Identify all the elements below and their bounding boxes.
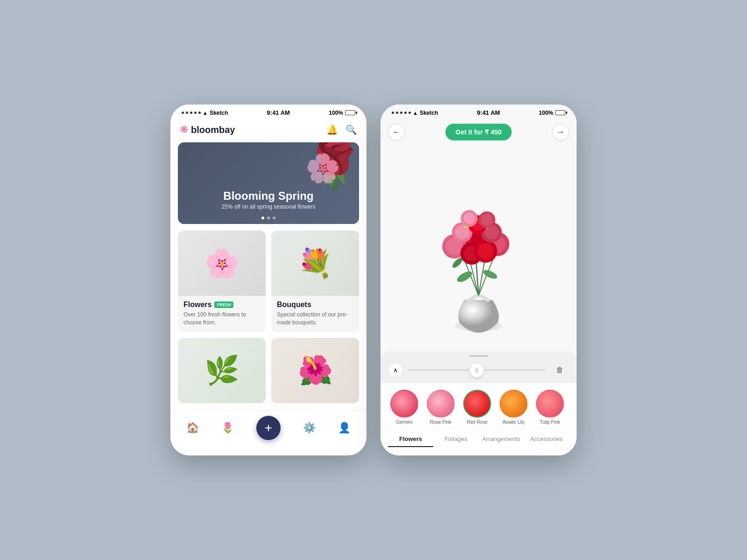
search-icon[interactable]: 🔍	[345, 124, 357, 135]
tab-accessories[interactable]: Accessories	[524, 431, 569, 447]
time-label: 9:41 AM	[267, 109, 290, 116]
signal-dot	[392, 112, 394, 114]
back-button[interactable]: ←	[388, 124, 405, 140]
category-tabs: Flowers Foliages Arrangements Accessorie…	[381, 428, 577, 451]
quantity-slider[interactable]: |||	[408, 369, 546, 371]
forward-arrow-icon: →	[557, 128, 564, 136]
nav-settings[interactable]: ⚙️	[303, 422, 316, 434]
signal-dot	[190, 112, 192, 114]
flower-germini[interactable]: Germini	[388, 390, 421, 425]
signal-dot	[198, 112, 201, 114]
rose-pink-label: Rose Pink	[430, 420, 451, 425]
home-icon: 🏠	[186, 422, 199, 434]
mixed-image: 🌿	[178, 338, 266, 403]
wifi-icon-2: ▲	[413, 110, 418, 116]
buy-button[interactable]: Get it for ₹ 450	[445, 124, 512, 140]
drag-handle: ∧ ||| 🗑	[381, 351, 577, 383]
delete-button[interactable]: 🗑	[550, 361, 569, 379]
time-label-2: 9:41 AM	[477, 109, 500, 116]
slider-row: ∧ ||| 🗑	[381, 361, 577, 383]
rose-pink-circle	[427, 390, 455, 418]
flower-asiatic-lily[interactable]: Asiatic Lily	[497, 390, 530, 425]
screen2-phone: ▲ Sketch 9:41 AM 100% ← Get it for ₹ 450…	[381, 105, 577, 455]
forward-button[interactable]: →	[552, 124, 569, 140]
germini-circle	[390, 390, 418, 418]
nav-home[interactable]: 🏠	[186, 422, 199, 434]
flowers-desc: Over 100 fresh flowers to choose from.	[183, 311, 260, 327]
status-bar-1: ▲ Sketch 9:41 AM 100%	[170, 105, 366, 119]
banner-dots	[178, 217, 359, 219]
banner-title: Blooming Spring	[178, 189, 359, 203]
back-arrow-icon: ←	[393, 128, 400, 136]
battery-icon	[345, 110, 355, 115]
categories-grid: 🌸 Flowers FRESH Over 100 fresh flowers t…	[170, 224, 366, 410]
flower-tulip-pink[interactable]: Tulip Pink	[534, 390, 566, 425]
profile-icon: 👤	[338, 422, 351, 434]
tab-arrangements[interactable]: Arrangements	[479, 431, 524, 447]
trash-icon: 🗑	[556, 366, 564, 374]
flowers-title-row: Flowers FRESH	[183, 301, 260, 309]
chevron-up-icon: ∧	[393, 366, 398, 374]
carrier-label-2: Sketch	[420, 110, 438, 116]
promo-banner[interactable]: 🌹 🌸 Blooming Spring 25% off on all sprin…	[178, 142, 359, 224]
handle-bar	[469, 355, 488, 357]
category-exotic[interactable]: 🌺	[271, 338, 359, 403]
chevron-up-button[interactable]: ∧	[388, 363, 403, 378]
status-left-1: ▲ Sketch	[182, 110, 228, 116]
bouquets-title-row: Bouquets	[277, 301, 353, 309]
banner-content: Blooming Spring 25% off on all spring se…	[178, 189, 359, 210]
signal-dot	[186, 112, 188, 114]
svg-point-19	[478, 243, 493, 259]
flower-icon: 🌷	[221, 422, 234, 434]
app-name: bloombay	[191, 125, 235, 135]
status-bar-2: ▲ Sketch 9:41 AM 100%	[381, 105, 577, 119]
banner-flower-2: 🌸	[305, 152, 340, 185]
settings-icon: ⚙️	[303, 422, 316, 434]
status-left-2: ▲ Sketch	[392, 110, 438, 116]
battery-icon-2	[555, 110, 565, 115]
svg-point-33	[481, 214, 493, 225]
dot-3[interactable]	[273, 217, 275, 219]
flower-scroll-list: Germini Rose Pink Red Rose Asiatic Lily	[381, 388, 577, 428]
category-bouquets[interactable]: 💐 Bouquets Special collection of our pre…	[271, 231, 359, 332]
battery-label-2: 100%	[539, 110, 553, 116]
flower-rose-pink[interactable]: Rose Pink	[424, 390, 457, 425]
nav-profile[interactable]: 👤	[338, 422, 351, 434]
tulip-label: Tulip Pink	[540, 420, 560, 425]
asiatic-label: Asiatic Lily	[502, 420, 524, 425]
slider-lines-icon: |||	[475, 368, 479, 373]
signal-dot	[182, 112, 184, 114]
signal-dot	[404, 112, 407, 114]
signal-dot	[194, 112, 197, 114]
asiatic-circle	[500, 390, 528, 418]
notification-icon[interactable]: 🔔	[326, 124, 338, 135]
svg-point-7	[482, 268, 499, 280]
bouquets-desc: Special collection of our pre-made bouqu…	[277, 311, 353, 327]
add-button[interactable]: +	[256, 416, 281, 440]
add-icon: +	[265, 420, 272, 435]
slider-thumb[interactable]: |||	[469, 363, 484, 378]
tab-flowers[interactable]: Flowers	[388, 431, 433, 447]
signal-dot	[409, 112, 411, 114]
flowers-image: 🌸	[178, 231, 266, 296]
tulip-circle	[536, 390, 564, 418]
signal-dot	[396, 112, 398, 114]
battery-label: 100%	[329, 110, 343, 116]
screen1-phone: ▲ Sketch 9:41 AM 100% ❋ bloombay 🔔 🔍 🌹	[170, 105, 366, 455]
nav-flower[interactable]: 🌷	[221, 422, 234, 434]
bouquet-svg	[404, 155, 553, 342]
banner-subtitle: 25% off on all spring seasonal flowers	[178, 203, 359, 210]
category-flowers[interactable]: 🌸 Flowers FRESH Over 100 fresh flowers t…	[178, 231, 266, 332]
tab-foliages[interactable]: Foliages	[433, 431, 479, 447]
signal-dot	[400, 112, 402, 114]
status-right-1: 100%	[329, 110, 355, 116]
carrier-label: Sketch	[210, 110, 228, 116]
flower-red-rose[interactable]: Red Rose	[461, 390, 493, 425]
bouquets-title: Bouquets	[277, 301, 311, 309]
bouquets-image: 💐	[271, 231, 359, 296]
dot-1[interactable]	[261, 217, 264, 219]
product-top-bar: ← Get it for ₹ 450 →	[381, 119, 577, 146]
category-mixed[interactable]: 🌿	[178, 338, 266, 403]
germini-label: Germini	[396, 420, 412, 425]
dot-2[interactable]	[267, 217, 270, 219]
